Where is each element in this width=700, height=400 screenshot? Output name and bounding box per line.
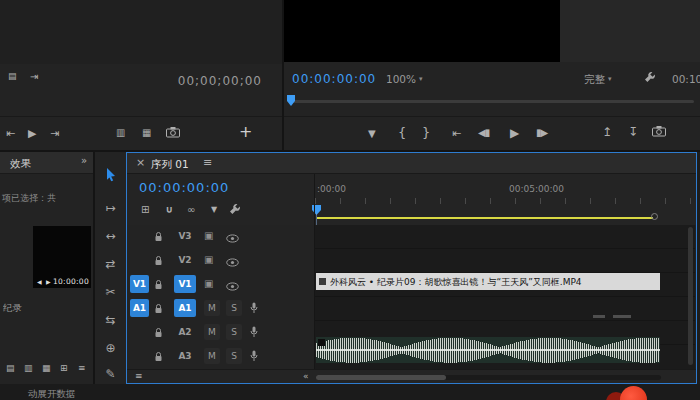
overflow-chevrons-icon[interactable]: » bbox=[81, 156, 87, 166]
list-view-icon[interactable]: ▤ bbox=[6, 364, 15, 373]
timeline-timecode[interactable]: 00:00:00:00 bbox=[139, 180, 229, 195]
settings-wrench-icon[interactable] bbox=[644, 71, 656, 86]
icon-view-icon[interactable]: ▥ bbox=[24, 364, 33, 373]
export-frame-camera-icon[interactable] bbox=[166, 127, 180, 141]
lock-icon[interactable] bbox=[154, 255, 163, 269]
sync-lock-icon[interactable]: ▣ bbox=[204, 231, 213, 241]
close-tab-icon[interactable]: × bbox=[136, 157, 145, 168]
mute-button[interactable]: M bbox=[204, 348, 220, 364]
mark-out-button[interactable]: } bbox=[422, 126, 430, 139]
scroll-left-icon[interactable]: « bbox=[303, 372, 309, 381]
track-target[interactable]: V3 bbox=[174, 227, 196, 245]
mute-button[interactable]: M bbox=[204, 300, 220, 316]
mic-icon[interactable] bbox=[250, 350, 258, 365]
audio-clip[interactable] bbox=[316, 337, 660, 363]
track-select-forward-tool[interactable]: ↦ bbox=[95, 196, 126, 220]
source-patch[interactable]: V1 bbox=[130, 275, 149, 293]
lock-icon[interactable] bbox=[154, 351, 163, 365]
lock-icon[interactable] bbox=[154, 327, 163, 341]
mic-icon[interactable] bbox=[250, 326, 258, 341]
lock-icon[interactable] bbox=[154, 279, 163, 293]
new-bin-icon[interactable]: ⊞ bbox=[60, 364, 68, 373]
audio-clip-fragment[interactable] bbox=[613, 315, 631, 318]
rolling-edit-tool[interactable]: ⇄ bbox=[95, 252, 126, 276]
go-to-out-button[interactable]: ⇥ bbox=[50, 128, 59, 139]
source-patch[interactable]: A1 bbox=[130, 299, 149, 317]
razor-tool[interactable]: ✂ bbox=[95, 280, 126, 304]
lock-icon[interactable] bbox=[154, 231, 163, 245]
track-target[interactable]: A2 bbox=[174, 323, 196, 341]
eye-icon[interactable] bbox=[226, 233, 239, 246]
program-playhead[interactable] bbox=[287, 95, 295, 106]
source-patch[interactable] bbox=[130, 227, 149, 245]
playback-resolution-select[interactable]: 完整▾ bbox=[584, 73, 612, 87]
track-target[interactable]: A1 bbox=[174, 299, 196, 317]
video-clip[interactable]: 外科风云 • 纪录片09：胡歌惊喜出镜！与“王天风”又同框.MP4 bbox=[316, 273, 660, 290]
sync-lock-icon[interactable]: ▣ bbox=[204, 279, 213, 289]
mute-button[interactable]: M bbox=[204, 324, 220, 340]
pen-tool[interactable]: ✎ bbox=[95, 362, 126, 386]
v-scrollbar[interactable] bbox=[688, 227, 693, 365]
play-button[interactable]: ▶ bbox=[510, 127, 519, 139]
panel-menu-icon[interactable]: ≡ bbox=[78, 364, 86, 373]
h-scrollbar-handle[interactable] bbox=[316, 375, 446, 380]
source-timecode[interactable]: 00;00;00;00 bbox=[178, 74, 262, 88]
prev-frame-icon[interactable]: ◀ bbox=[37, 279, 42, 285]
go-to-in-button[interactable]: ⇤ bbox=[452, 128, 461, 139]
add-marker-button[interactable]: ▼ bbox=[368, 129, 376, 139]
add-marker-icon[interactable]: ▼ bbox=[211, 206, 217, 214]
ripple-edit-tool[interactable]: ↔ bbox=[95, 224, 126, 248]
track-target[interactable]: V1 bbox=[174, 275, 196, 293]
export-frame-camera-icon[interactable] bbox=[652, 126, 666, 140]
source-settings-icon[interactable]: ▤ bbox=[8, 72, 17, 81]
play-button[interactable]: ▶ bbox=[28, 128, 36, 139]
clip-name-label[interactable]: 纪录 bbox=[3, 302, 91, 315]
step-forward-button[interactable]: ▮▶ bbox=[536, 128, 547, 138]
track-height-presets-icon[interactable]: ≡ bbox=[135, 372, 143, 381]
extract-button[interactable]: ↧ bbox=[628, 126, 638, 138]
divider bbox=[0, 116, 282, 117]
mark-in-button[interactable]: { bbox=[398, 126, 406, 139]
program-scrubber-track[interactable] bbox=[288, 100, 694, 103]
nest-insert-toggle-icon[interactable]: ⊞ bbox=[141, 205, 149, 215]
timeline-settings-wrench-icon[interactable] bbox=[229, 203, 241, 218]
panel-menu-icon[interactable]: ≡ bbox=[203, 157, 212, 168]
source-patch[interactable] bbox=[130, 347, 149, 365]
source-patch[interactable] bbox=[130, 251, 149, 269]
slip-tool[interactable]: ⇆ bbox=[95, 308, 126, 332]
add-button-plus-icon[interactable]: + bbox=[239, 124, 252, 140]
clip-thumbnail[interactable]: ◀ ▶ 10:00:00 bbox=[33, 226, 91, 288]
track-target[interactable]: A3 bbox=[174, 347, 196, 365]
freeform-view-icon[interactable]: ▦ bbox=[42, 364, 51, 373]
source-patch[interactable] bbox=[130, 323, 149, 341]
solo-button[interactable]: S bbox=[226, 348, 242, 364]
solo-button[interactable]: S bbox=[226, 300, 242, 316]
lock-icon[interactable] bbox=[154, 303, 163, 317]
program-timecode[interactable]: 00:00:00:00 bbox=[292, 72, 376, 86]
playback-resolution-value: 完整 bbox=[584, 73, 605, 85]
audio-clip-fragment[interactable] bbox=[593, 315, 605, 318]
solo-button[interactable]: S bbox=[226, 324, 242, 340]
eye-icon[interactable] bbox=[226, 281, 239, 294]
hand-tool[interactable]: ⊕ bbox=[95, 336, 126, 360]
mic-icon[interactable] bbox=[250, 302, 258, 317]
effects-panel: 效果 » 项已选择：共 ◀ ▶ 10:00:00 纪录 ▤ ▥ ▦ ⊞ ≡ bbox=[0, 152, 93, 384]
linked-selection-icon[interactable]: ∞ bbox=[187, 205, 195, 215]
drag-video-icon[interactable]: ⇥ bbox=[30, 72, 38, 82]
overwrite-button[interactable]: ▦ bbox=[142, 128, 151, 138]
zoom-level-select[interactable]: 100%▾ bbox=[386, 73, 423, 86]
video-track-header-v2: V2 ▣ bbox=[127, 249, 314, 272]
tab-sequence-01[interactable]: 序列 01 bbox=[151, 158, 189, 172]
step-back-button[interactable]: ◀▮ bbox=[478, 128, 489, 138]
selection-tool[interactable] bbox=[95, 166, 126, 190]
insert-button[interactable]: ▥ bbox=[116, 128, 125, 138]
track-target[interactable]: V2 bbox=[174, 251, 196, 269]
next-frame-icon[interactable]: ▶ bbox=[46, 279, 51, 285]
eye-icon[interactable] bbox=[226, 257, 239, 270]
tab-effects[interactable]: 效果 bbox=[10, 157, 31, 171]
lift-button[interactable]: ↥ bbox=[602, 126, 612, 138]
go-to-in-button[interactable]: ⇤ bbox=[6, 128, 15, 139]
sync-lock-icon[interactable]: ▣ bbox=[204, 255, 213, 265]
snap-magnet-icon[interactable]: ∩ bbox=[165, 205, 173, 215]
zoom-scroll-handle[interactable] bbox=[651, 213, 658, 220]
